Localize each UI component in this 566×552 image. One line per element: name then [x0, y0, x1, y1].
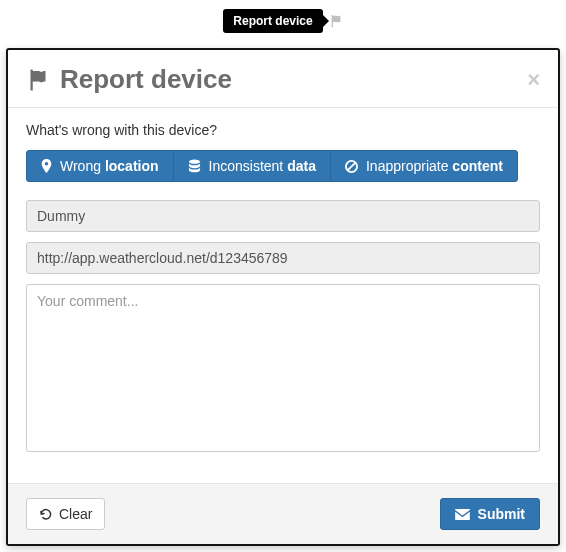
- comment-input[interactable]: [26, 284, 540, 452]
- submit-button[interactable]: Submit: [440, 498, 540, 530]
- modal-body: What's wrong with this device? Wrong loc…: [8, 108, 558, 483]
- clear-label: Clear: [59, 506, 92, 522]
- svg-line-2: [348, 162, 355, 169]
- map-marker-icon: [41, 159, 52, 173]
- svg-point-0: [188, 160, 199, 164]
- close-icon[interactable]: ×: [527, 69, 540, 91]
- database-icon: [188, 159, 201, 173]
- option-label: Inappropriate content: [366, 158, 503, 174]
- ban-icon: [345, 160, 358, 173]
- report-device-tooltip: Report device: [223, 9, 322, 33]
- tooltip-text: Report device: [233, 14, 312, 28]
- modal-footer: Clear Submit: [8, 483, 558, 544]
- option-label: Wrong location: [60, 158, 159, 174]
- option-label: Inconsistent data: [209, 158, 316, 174]
- device-name-field: [26, 200, 540, 232]
- flag-icon: [26, 68, 50, 92]
- option-inconsistent-data[interactable]: Inconsistent data: [173, 150, 331, 182]
- envelope-icon: [455, 509, 470, 520]
- prompt-text: What's wrong with this device?: [26, 122, 540, 138]
- modal-title: Report device: [26, 64, 232, 95]
- modal-header: Report device ×: [8, 50, 558, 108]
- option-inappropriate-content[interactable]: Inappropriate content: [330, 150, 518, 182]
- flag-icon[interactable]: [329, 14, 343, 28]
- undo-icon: [39, 508, 52, 521]
- device-url-field: [26, 242, 540, 274]
- clear-button[interactable]: Clear: [26, 498, 105, 530]
- modal-title-text: Report device: [60, 64, 232, 95]
- report-device-modal: Report device × What's wrong with this d…: [6, 48, 560, 546]
- submit-label: Submit: [478, 506, 525, 522]
- tooltip-row: Report device: [0, 4, 566, 38]
- option-wrong-location[interactable]: Wrong location: [26, 150, 174, 182]
- reason-options: Wrong location Inconsistent data Inappro…: [26, 150, 540, 182]
